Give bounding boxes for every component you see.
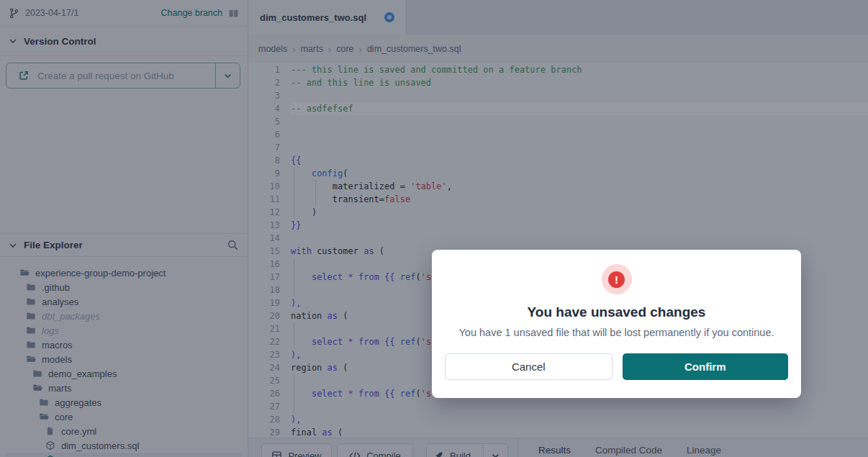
dialog-title: You have unsaved changes	[432, 304, 801, 320]
unsaved-changes-dialog: ! You have unsaved changes You have 1 un…	[432, 250, 801, 398]
exclamation-icon: !	[608, 271, 625, 288]
cancel-button[interactable]: Cancel	[445, 353, 612, 380]
alert-icon: !	[602, 264, 632, 294]
dialog-message: You have 1 unsaved file that will be los…	[432, 327, 801, 338]
dbt-cloud-ide: 2023-04-17/1 Change branch Version Contr…	[0, 0, 868, 457]
confirm-button[interactable]: Confirm	[623, 353, 789, 380]
dialog-actions: Cancel Confirm	[432, 353, 801, 380]
